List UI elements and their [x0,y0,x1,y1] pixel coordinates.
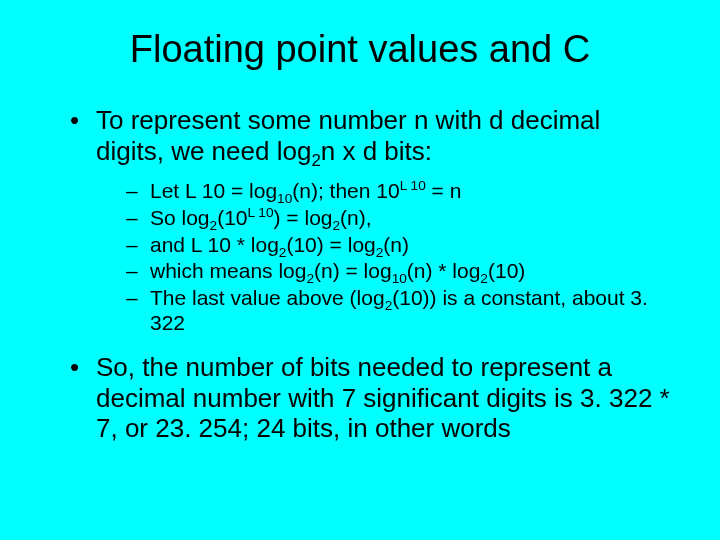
sb2-d: L 10 [248,205,274,220]
slide-title: Floating point values and C [50,28,670,71]
sub-bullet-4: which means log2(n) = log10(n) * log2(10… [126,258,670,284]
slide-container: Floating point values and C To represent… [0,0,720,540]
sb4-c: (n) = log [314,259,392,282]
bullet-2-text: So, the number of bits needed to represe… [96,352,670,443]
sb2-c: (10 [217,206,247,229]
bullet-list: To represent some number n with d decima… [50,105,670,444]
sb3-c: (10) = log [286,233,375,256]
sb2-g: (n), [340,206,372,229]
sub-bullet-3: and L 10 * log2(10) = log2(n) [126,232,670,258]
sb3-a: and L 10 * log [150,233,279,256]
sb2-a: So log [150,206,210,229]
sb4-g: (10) [488,259,525,282]
bullet-2: So, the number of bits needed to represe… [70,352,670,444]
sub-bullet-1: Let L 10 = log10(n); then 10L 10 = n [126,178,670,204]
sb5-a: The last value above (log [150,286,385,309]
bullet-1: To represent some number n with d decima… [70,105,670,336]
sub-bullet-list: Let L 10 = log10(n); then 10L 10 = n So … [96,178,670,336]
sub-bullet-2: So log2(10L 10) = log2(n), [126,205,670,231]
bullet-1-sub: 2 [311,151,320,170]
sub-bullet-5: The last value above (log2(10)) is a con… [126,285,670,336]
sb2-e: ) = log [274,206,333,229]
sb1-e: = n [426,179,462,202]
sb1-a: Let L 10 = log [150,179,277,202]
sb1-d: L 10 [400,178,426,193]
sb1-c: (n); then 10 [292,179,399,202]
sb3-e: (n) [383,233,409,256]
sb4-a: which means log [150,259,306,282]
bullet-1-text-post: n x d bits: [321,136,432,166]
sb4-e: (n) * log [407,259,481,282]
